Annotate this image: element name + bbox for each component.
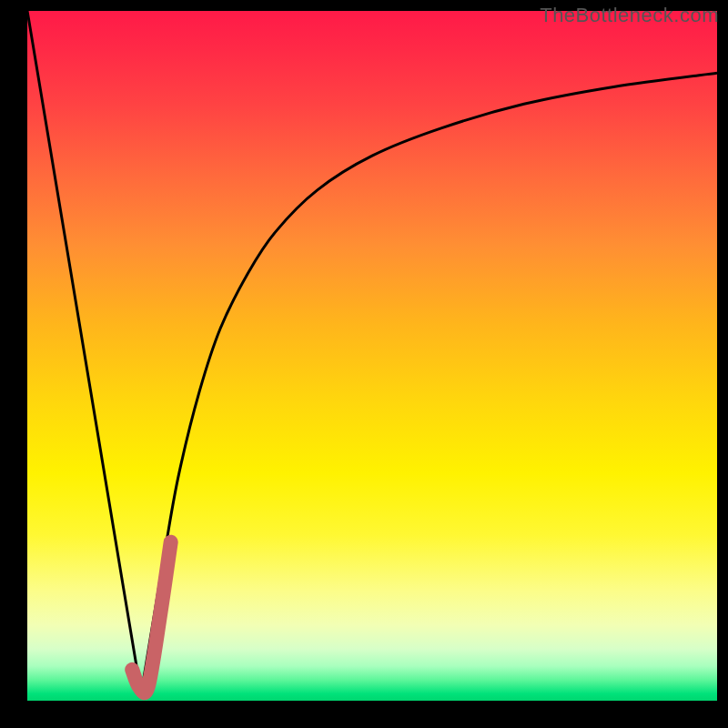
curve-right-branch [141,73,717,693]
chart-svg [27,11,717,701]
plot-area [27,11,717,701]
curve-left-branch [27,11,141,693]
highlight-hook [132,542,171,693]
watermark-text: TheBottleneck.com [540,4,719,27]
chart-frame: TheBottleneck.com [0,0,728,728]
